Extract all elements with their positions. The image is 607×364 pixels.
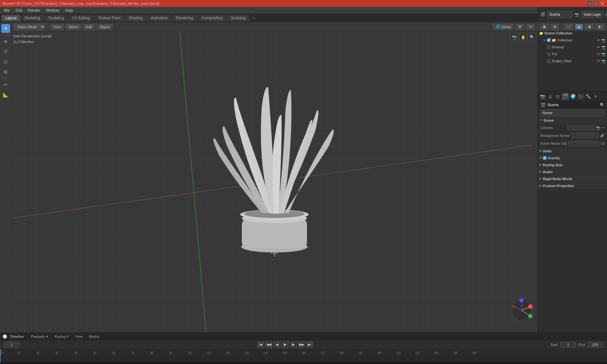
- menu-window[interactable]: Window: [43, 8, 62, 13]
- outliner-ground[interactable]: ⬛ Ground 👁 📷: [538, 44, 607, 51]
- props-icon-output[interactable]: 🖨: [547, 93, 554, 100]
- btn-shade-solid[interactable]: ●: [575, 24, 583, 30]
- viewlayer-name-input[interactable]: [581, 11, 603, 18]
- tab-shading[interactable]: Shading: [125, 15, 146, 21]
- menu-edit[interactable]: Edit: [13, 8, 25, 13]
- tab-texture-paint[interactable]: Texture Paint: [95, 15, 124, 21]
- btn-snap[interactable]: ⊞: [516, 24, 524, 30]
- viewport-camera-btn[interactable]: 📷: [510, 33, 518, 41]
- props-icon-particles[interactable]: ✦: [592, 93, 599, 100]
- btn-global-orient[interactable]: 🌐 Global: [493, 24, 514, 30]
- props-icon-world[interactable]: 🌍: [569, 93, 576, 100]
- btn-select[interactable]: Select: [66, 24, 81, 30]
- btn-shade-wire[interactable]: ⬚: [564, 24, 573, 30]
- audio-section-header[interactable]: ▶ Audio: [538, 168, 607, 175]
- btn-play-stop[interactable]: ▶: [282, 341, 289, 348]
- scene-name-input[interactable]: [547, 11, 573, 18]
- units-section-header[interactable]: ▶ Units: [538, 148, 607, 155]
- tab-rendering[interactable]: Rendering: [172, 15, 197, 21]
- statusbar: ◈ Select ⊕ Center View to Mouse ◉ Collec…: [0, 362, 607, 364]
- btn-xray[interactable]: ◈: [551, 24, 559, 30]
- rigid-body-section-header[interactable]: ▶ Rigid Body World: [538, 175, 607, 182]
- camera-picker-icon[interactable]: 📷: [596, 126, 600, 130]
- btn-next-frame[interactable]: ▶: [290, 341, 297, 348]
- active-movie-clip-label: Active Movie Clip: [540, 142, 567, 145]
- menu-help[interactable]: Help: [63, 8, 76, 13]
- maximize-button[interactable]: □: [594, 1, 598, 6]
- tab-scripting[interactable]: Scripting: [227, 15, 249, 21]
- tool-measure[interactable]: 📐: [1, 90, 10, 99]
- outliner-snake-plant[interactable]: ⬛ Snake_Plant 👁 📷: [538, 58, 607, 64]
- ground-vis-icon: 👁: [597, 45, 600, 49]
- btn-next-keyframe[interactable]: ▶▶: [298, 341, 305, 348]
- btn-add[interactable]: Add: [83, 24, 95, 30]
- gravity-checkbox[interactable]: [543, 156, 547, 160]
- camera-value[interactable]: [567, 125, 595, 130]
- end-frame-input[interactable]: [587, 342, 603, 348]
- props-icon-scene[interactable]: 🎬: [562, 93, 569, 100]
- viewlayer-filter-btn[interactable]: ≡: [605, 11, 607, 18]
- custom-props-section-header[interactable]: ▶ Custom Properties: [538, 182, 607, 189]
- blender-logo[interactable]: ●: [1, 7, 11, 14]
- bg-scene-picker-icon[interactable]: 🔗: [600, 134, 604, 138]
- viewport-hand-btn[interactable]: ✋: [519, 33, 527, 41]
- timeline-track[interactable]: [0, 355, 607, 362]
- collection-visibility-checkbox[interactable]: [547, 38, 551, 42]
- props-icon-modifiers[interactable]: 🔧: [585, 93, 592, 100]
- object-mode-select[interactable]: Object Mode Edit Mode Sculpt Mode Vertex…: [14, 24, 45, 30]
- tool-transform[interactable]: ⊞: [1, 67, 10, 76]
- keying-sets-section-header[interactable]: ▶ Keying Sets: [538, 161, 607, 168]
- tab-uv-editing[interactable]: UV Editing: [68, 15, 94, 21]
- timeline-view-btn[interactable]: View: [73, 334, 85, 339]
- scene-section-header[interactable]: ▼ Scene: [538, 117, 607, 124]
- current-frame-ruler-indicator: [0, 349, 1, 355]
- tab-sculpting[interactable]: Sculpting: [45, 15, 68, 21]
- tool-cursor[interactable]: ✛: [1, 24, 10, 33]
- start-label: Start: [550, 343, 558, 347]
- btn-view[interactable]: View: [51, 24, 64, 30]
- outliner-collection[interactable]: ▼ 📁 Collection 👁 📷: [538, 37, 607, 44]
- orientation-gizmo[interactable]: X Z Y: [509, 298, 534, 323]
- tool-annotate[interactable]: ✏: [1, 80, 10, 89]
- btn-shade-material[interactable]: ◑: [585, 24, 594, 30]
- tab-add-button[interactable]: +: [250, 15, 258, 21]
- tab-animation[interactable]: Animation: [147, 15, 171, 21]
- btn-prev-keyframe[interactable]: ◀◀: [265, 341, 272, 348]
- props-icon-object[interactable]: ⬛: [577, 93, 584, 100]
- tool-scale[interactable]: ⊡: [1, 57, 10, 66]
- timeline-playback-btn[interactable]: Playback ▼: [29, 334, 50, 339]
- tab-layout[interactable]: Layout: [1, 15, 20, 21]
- btn-jump-start[interactable]: |◀: [257, 341, 264, 348]
- btn-object[interactable]: Object: [97, 24, 113, 30]
- movie-clip-icon[interactable]: 🎞: [601, 142, 604, 145]
- start-frame-input[interactable]: [560, 342, 576, 348]
- tool-move[interactable]: ⊕: [1, 37, 10, 46]
- active-movie-clip-value[interactable]: [568, 141, 600, 146]
- btn-overlay[interactable]: ◉: [540, 24, 549, 30]
- scene-name-row: [538, 109, 607, 117]
- timeline-marker-btn[interactable]: Marker: [87, 334, 101, 339]
- camera-edit-icon[interactable]: ✏: [602, 126, 604, 130]
- minimize-button[interactable]: ─: [587, 1, 592, 6]
- viewport[interactable]: User Perspective (Local) (1) Collection …: [11, 32, 537, 332]
- tab-modeling[interactable]: Modeling: [21, 15, 44, 21]
- current-frame-input[interactable]: [4, 342, 20, 348]
- viewport-zoom-btn[interactable]: 🔍: [528, 33, 536, 41]
- outliner-pot[interactable]: ⬛ Pot 👁 📷: [538, 51, 607, 58]
- background-scene-value[interactable]: [571, 133, 599, 138]
- close-button[interactable]: ✕: [600, 1, 604, 6]
- tab-compositing[interactable]: Compositing: [198, 15, 227, 21]
- timeline-keying-btn[interactable]: Keying ▼: [53, 334, 71, 339]
- btn-proportional[interactable]: ⊙: [526, 24, 535, 30]
- scene-props-search-btn[interactable]: 🔍: [600, 103, 604, 107]
- props-icon-render[interactable]: 📷: [539, 93, 546, 100]
- tool-rotate[interactable]: ↺: [1, 47, 10, 56]
- btn-jump-end[interactable]: ▶|: [306, 341, 313, 348]
- btn-prev-frame[interactable]: ◀: [273, 341, 280, 348]
- gravity-section-header[interactable]: ▶ Gravity: [538, 155, 607, 161]
- menu-render[interactable]: Render: [25, 8, 43, 13]
- btn-shade-render[interactable]: ◐: [596, 24, 604, 30]
- scene-name-field[interactable]: [540, 109, 604, 116]
- collection-toggle: ▼: [543, 39, 546, 42]
- props-icon-view-layer[interactable]: ⊞: [554, 93, 561, 100]
